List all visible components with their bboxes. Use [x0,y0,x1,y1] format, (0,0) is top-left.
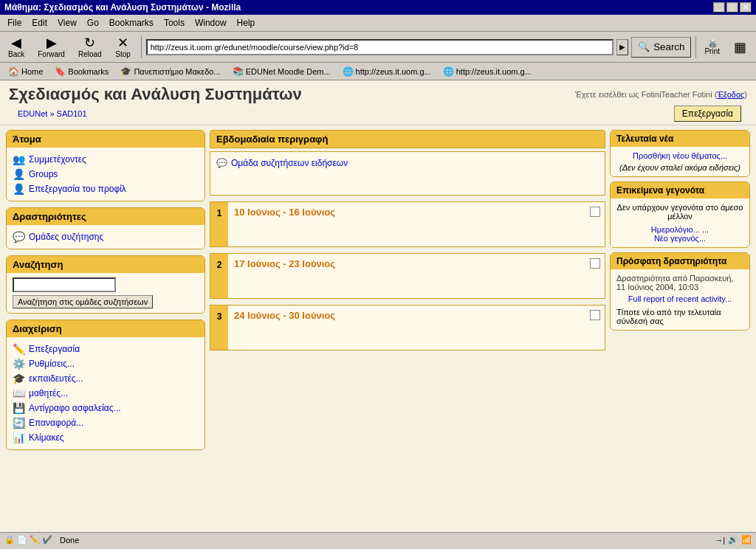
stop-label: Stop [115,50,131,58]
maximize-button[interactable]: □ [726,2,738,13]
menu-window[interactable]: Window [190,16,231,30]
scales-link[interactable]: Κλίμακες [29,432,64,443]
main-layout: Άτομα 👥 Συμμετέχοντες 👤 Groups 👤 Επεξεργ… [0,125,756,455]
list-item: 📊 Κλίμακες [13,430,199,445]
logout-link[interactable]: Έξοδος [717,90,744,99]
profile-link[interactable]: Επεξεργασία του προφίλ [29,184,126,194]
menu-file[interactable]: File [3,16,26,30]
close-button[interactable]: ✕ [740,2,752,13]
edit-button[interactable]: Επεξεργασία [674,106,741,122]
atoma-block: Άτομα 👥 Συμμετέχοντες 👤 Groups 👤 Επεξεργ… [6,130,205,201]
window-title: Μάθημα: Σχεδιασμός και Ανάλυση Συστημάτω… [4,2,241,13]
back-button[interactable]: ◀ Back [3,33,30,61]
forum-icon: 💬 [13,231,25,243]
prosfata-header: Πρόσφατη δραστηριότητα [611,253,749,269]
new-event-link[interactable]: Νέο γεγονός... [654,234,706,243]
week-1-checkbox[interactable] [590,207,600,217]
bookmark-zeus1[interactable]: 🌐 http://zeus.it.uom.g... [337,65,436,78]
diaxeirisi-body: ✏️ Επεξεργασία ⚙️ Ρυθμίσεις... 🎓 εκπαιδε… [7,337,205,449]
students-link[interactable]: μαθητές... [29,388,68,398]
user-info-text: Έχετε εισέλθει ως FotiniTeacher Fotini (… [575,90,747,99]
page-content: Σχεδιασμός και Ανάλυση Συστημάτων Έχετε … [0,80,756,532]
edit-link[interactable]: Επεξεργασία [29,344,80,354]
window-controls[interactable]: _ □ ✕ [713,2,752,13]
teleutaia-nea-body: Προσθήκη νέου θέματος... (Δεν έχουν σταλ… [611,147,749,176]
no-events-text: Δεν υπάρχουν γεγονότα στο άμεσο μέλλον [616,203,743,221]
profile-icon: 👤 [13,183,25,195]
week-3-body: 24 Ιούνιος - 30 Ιούνιος [228,305,605,350]
week-3-checkbox[interactable] [590,310,600,320]
groups-icon: 👤 [13,168,25,180]
minimize-button[interactable]: _ [713,2,725,13]
list-item: ⚙️ Ρυθμίσεις... [13,356,199,371]
stop-button[interactable]: ✕ Stop [110,33,137,61]
week-2-checkbox[interactable] [590,258,600,269]
epikimena-body: Δεν υπάρχουν γεγονότα στο άμεσο μέλλον Η… [611,198,749,247]
list-item: 💾 Αντίγραφο ασφαλείας... [13,401,199,415]
address-input[interactable] [146,39,614,55]
list-item: 🔄 Επαναφορά... [13,415,199,430]
list-item: 📖 μαθητές... [13,386,199,401]
menu-edit[interactable]: Edit [27,16,52,30]
doc-icon: 📄 [17,535,27,545]
drastiriotites-block: Δραστηριότητες 💬 Ομάδες συζήτησης [6,207,205,249]
week-1-title: 10 Ιούνιος - 16 Ιούνιος [234,207,599,218]
calendar-link[interactable]: Ημερολόγιο... [651,225,700,234]
week-1-block: 1 10 Ιούνιος - 16 Ιούνιος [210,201,605,247]
toolbar-separator2 [695,36,696,58]
print-button[interactable]: 🖨️ Print [701,37,724,58]
bookmark-zeus2[interactable]: 🌐 http://zeus.it.uom.g... [438,65,537,78]
prosfata-body: Δραστηριότητα από Παρασκευή, 11 Ιούνιος … [611,269,749,330]
right-sidebar: Τελευταία νέα Προσθήκη νέου θέματος... (… [610,130,750,450]
menu-go[interactable]: Go [83,16,103,30]
search-submit-button[interactable]: Αναζήτηση στις ομάδες συζητήσεων [13,295,153,308]
toolbar-separator [141,36,142,58]
extra-button[interactable]: ▦ [726,37,753,58]
reload-button[interactable]: ↻ Reload [73,33,107,61]
scales-icon: 📊 [13,432,25,443]
breadcrumb-course[interactable]: SAD101 [57,109,87,118]
search-button[interactable]: 🔍 Search [631,37,691,58]
anazitisi-block: Αναζήτηση Αναζήτηση στις ομάδες συζητήσε… [6,255,205,314]
search-icon: 🔍 [638,41,650,52]
menu-help[interactable]: Help [233,16,260,30]
diaxeirisi-header: Διαχείριση [7,320,205,337]
bookmark-edunet[interactable]: 📚 EDUNet Moodle Dem... [227,65,336,78]
teachers-link[interactable]: εκπαιδευτές... [29,373,83,384]
forward-button[interactable]: ▶ Forward [32,33,70,61]
list-item: 👥 Συμμετέχοντες [13,152,199,167]
bookmark-home[interactable]: 🏠 Home [3,65,48,78]
address-go-button[interactable]: ▶ [616,39,628,55]
settings-link[interactable]: Ρυθμίσεις... [29,359,75,369]
prosthiki-link[interactable]: Προσθήκη νέου θέματος... [633,151,727,160]
back-icon: ◀ [11,35,21,50]
university-icon: 🎓 [120,66,131,77]
students-icon: 📖 [13,387,25,399]
breadcrumb-edunet[interactable]: EDUNet [18,109,47,118]
page-title: Σχεδιασμός και Ανάλυση Συστημάτων [9,85,302,104]
week-2-body: 17 Ιούνιος - 23 Ιούνιος [228,254,605,298]
bookmark-university[interactable]: 🎓 Πανεπιστήμιο Μακεδο... [115,65,225,78]
intro-block: 💬 Ομάδα συζητήσεων ειδήσεων [210,151,605,196]
week-3-title: 24 Ιούνιος - 30 Ιούνιος [234,310,599,321]
restore-link[interactable]: Επαναφορά... [29,418,83,428]
search-field[interactable] [13,277,116,292]
anazitisi-body: Αναζήτηση στις ομάδες συζητήσεων [7,273,205,313]
menu-bookmarks[interactable]: Bookmarks [105,16,158,30]
backup-link[interactable]: Αντίγραφο ασφαλείας... [29,403,121,413]
pencil-icon: ✏️ [30,535,40,545]
menu-view[interactable]: View [53,16,81,30]
menu-tools[interactable]: Tools [159,16,189,30]
groups-link[interactable]: Groups [29,169,58,179]
edunet-icon: 📚 [233,66,244,77]
edit-icon: ✏️ [13,343,25,355]
status-text: Done [60,536,79,545]
breadcrumb: EDUNet » SAD101 [9,108,96,120]
full-report-link[interactable]: Full report of recent activity... [628,294,732,303]
bookmark-bookmarks[interactable]: 🔖 Bookmarks [49,65,114,78]
zeus2-icon: 🌐 [443,66,454,77]
intro-link[interactable]: 💬 Ομάδα συζητήσεων ειδήσεων [216,158,599,168]
participants-link[interactable]: Συμμετέχοντες [29,154,86,165]
status-icon1: →| [715,536,725,545]
forum-link[interactable]: Ομάδες συζήτησης [29,232,103,242]
